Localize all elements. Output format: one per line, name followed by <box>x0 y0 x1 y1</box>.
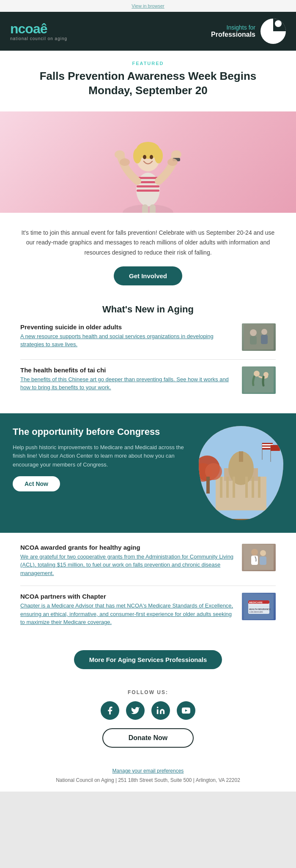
svg-text:HEALTH INSURANCE: HEALTH INSURANCE <box>249 608 271 610</box>
svg-point-16 <box>115 150 125 159</box>
svg-rect-50 <box>244 545 274 570</box>
svg-rect-6 <box>137 185 159 187</box>
news-text-1: Preventing suicide in older adults A new… <box>20 323 235 349</box>
news-text-3: NCOA awarded grants for healthy aging We… <box>20 544 235 578</box>
thumb-suicide-bg <box>242 323 276 351</box>
congress-text: The opportunity before Congress Help pus… <box>13 426 199 520</box>
logo-ncoa: ncoa <box>10 21 40 36</box>
get-involved-button[interactable]: Get Involved <box>114 266 182 285</box>
svg-point-63 <box>157 707 159 708</box>
svg-rect-33 <box>239 451 243 462</box>
thumb-medicare-bg: MEDICARE HEALTH INSURANCE 1-800-MEDICARE <box>242 593 276 620</box>
svg-point-20 <box>167 158 178 166</box>
svg-point-13 <box>154 148 163 163</box>
social-icons-row <box>20 701 276 720</box>
svg-rect-62 <box>157 709 159 714</box>
congress-title: The opportunity before Congress <box>13 426 192 438</box>
svg-point-24 <box>261 329 267 335</box>
news-item-1: Preventing suicide in older adults A new… <box>20 323 276 351</box>
svg-rect-23 <box>250 336 257 344</box>
thumb-taichi-bg <box>242 366 276 394</box>
header-tagline: Insights for Professionals <box>211 24 255 38</box>
thumb-grant-bg <box>242 544 276 571</box>
news-item-2: The health benefits of tai chi The benef… <box>20 366 276 394</box>
svg-point-51 <box>251 549 258 556</box>
donate-now-button[interactable]: Donate Now <box>102 728 194 748</box>
featured-description: It's time to join this annual event for … <box>20 228 276 258</box>
news-item-4-link[interactable]: Chapter is a Medicare Advisor that has m… <box>20 602 233 625</box>
logo-subtitle: national council on aging <box>10 36 67 41</box>
svg-rect-25 <box>261 335 268 344</box>
follow-section: FOLLOW US: <box>0 678 296 763</box>
logo-area: ncoaê national council on aging <box>10 22 67 41</box>
act-now-button[interactable]: Act Now <box>13 476 60 491</box>
logo-accent: ê <box>40 21 47 36</box>
logo-text: ncoaê <box>10 22 67 35</box>
cta-section: More For Aging Services Professionals <box>0 642 296 678</box>
svg-rect-49 <box>206 477 210 494</box>
header-circle-logo <box>260 19 286 44</box>
svg-rect-26 <box>244 367 274 393</box>
follow-label: FOLLOW US: <box>20 689 276 695</box>
news-item-4: NCOA partners with Chapter Chapter is a … <box>20 593 276 627</box>
svg-rect-54 <box>260 556 266 565</box>
header: ncoaê national council on aging Insights… <box>0 12 296 51</box>
svg-rect-39 <box>258 477 260 498</box>
featured-section: FEATURED Falls Prevention Awareness Week… <box>0 51 296 111</box>
svg-rect-34 <box>220 477 222 498</box>
svg-point-53 <box>260 550 266 556</box>
news-thumb-2 <box>242 366 276 394</box>
news-item-3-link[interactable]: We are grateful for two cooperative gran… <box>20 553 233 576</box>
svg-rect-21 <box>244 324 274 350</box>
main-content: FEATURED Falls Prevention Awareness Week… <box>0 51 296 792</box>
svg-text:MEDICARE: MEDICARE <box>249 601 263 604</box>
twitter-icon <box>131 706 140 715</box>
svg-point-17 <box>171 150 181 159</box>
facebook-icon <box>105 706 115 715</box>
svg-rect-38 <box>252 477 254 498</box>
svg-point-14 <box>143 155 146 159</box>
hero-image <box>0 111 296 213</box>
svg-rect-36 <box>233 477 235 498</box>
featured-label: FEATURED <box>20 61 276 66</box>
svg-rect-35 <box>226 477 229 498</box>
congress-banner: The opportunity before Congress Help pus… <box>0 413 296 533</box>
facebook-icon-button[interactable] <box>101 701 119 720</box>
footer: Manage your email preferences National C… <box>0 763 296 792</box>
news-item-1-link[interactable]: A new resource supports health and socia… <box>20 333 214 348</box>
svg-point-19 <box>120 158 130 166</box>
insights-for-text: Insights for <box>211 24 255 31</box>
svg-rect-52 <box>251 556 258 565</box>
more-for-aging-button[interactable]: More For Aging Services Professionals <box>74 650 222 669</box>
svg-point-1 <box>275 20 282 27</box>
svg-rect-45 <box>271 445 280 451</box>
twitter-icon-button[interactable] <box>126 701 145 720</box>
more-news-section: NCOA awarded grants for healthy aging We… <box>0 537 296 642</box>
manage-preferences-link[interactable]: Manage your email preferences <box>20 768 276 774</box>
svg-point-22 <box>250 329 257 336</box>
congress-description: Help push historic improvements to Medic… <box>13 443 192 469</box>
svg-text:1-800-MEDICARE: 1-800-MEDICARE <box>249 611 263 613</box>
news-divider-2 <box>20 586 276 586</box>
news-item-1-title: Preventing suicide in older adults <box>20 323 235 331</box>
featured-description-section: It's time to join this annual event for … <box>0 221 296 296</box>
hero-svg <box>0 111 296 213</box>
news-item-2-link[interactable]: The benefits of this Chinese art go deep… <box>20 376 229 391</box>
congress-image <box>199 426 283 520</box>
news-item-2-title: The health benefits of tai chi <box>20 366 235 374</box>
news-thumb-4: MEDICARE HEALTH INSURANCE 1-800-MEDICARE <box>242 593 276 620</box>
view-in-browser-bar: View in browser <box>0 0 296 12</box>
news-text-4: NCOA partners with Chapter Chapter is a … <box>20 593 235 627</box>
news-thumb-1 <box>242 323 276 351</box>
news-item-3: NCOA awarded grants for healthy aging We… <box>20 544 276 578</box>
email-wrapper: View in browser ncoaê national council o… <box>0 0 296 792</box>
youtube-icon-button[interactable] <box>177 701 195 720</box>
linkedin-icon-button[interactable] <box>151 701 170 720</box>
whats-new-section: What's New in Aging Preventing suicide i… <box>0 296 296 409</box>
linkedin-icon <box>156 706 165 715</box>
news-thumb-3 <box>242 544 276 571</box>
footer-address: National Council on Aging | 251 18th Str… <box>20 777 276 783</box>
view-in-browser-link[interactable]: View in browser <box>132 3 164 8</box>
svg-rect-9 <box>150 204 156 213</box>
featured-title: Falls Prevention Awareness Week Begins M… <box>20 69 276 98</box>
